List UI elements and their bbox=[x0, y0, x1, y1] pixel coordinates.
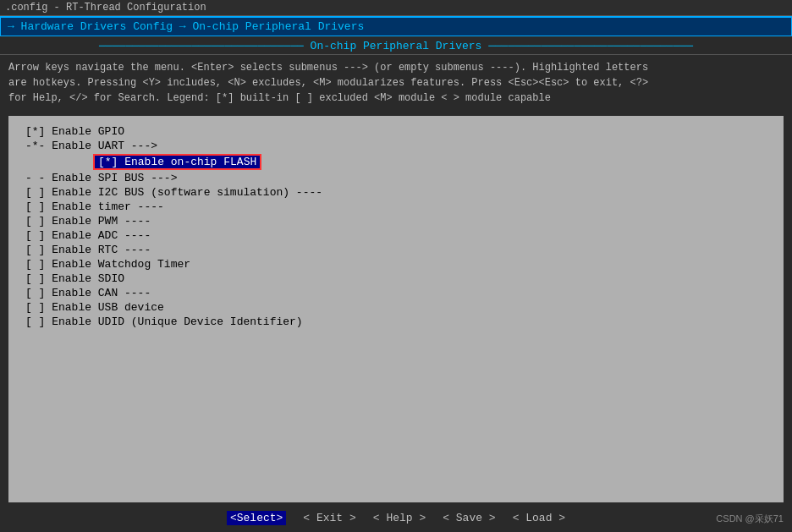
breadcrumb-bar: → Hardware Drivers Config → On-chip Peri… bbox=[0, 16, 792, 36]
help-text: Arrow keys navigate the menu. <Enter> se… bbox=[0, 55, 792, 112]
menu-item-udid[interactable]: [ ] Enable UDID (Unique Device Identifie… bbox=[8, 315, 784, 329]
menu-item-sdio[interactable]: [ ] Enable SDIO bbox=[8, 271, 784, 286]
title-text: .config - RT-Thread Configuration bbox=[5, 2, 206, 14]
terminal-window: .config - RT-Thread Configuration → Hard… bbox=[0, 0, 792, 532]
menu-item-pwm[interactable]: [ ] Enable PWM ---- bbox=[8, 214, 784, 228]
help-line-2: are hotkeys. Pressing <Y> includes, <N> … bbox=[8, 75, 784, 90]
bottom-btn-help[interactable]: < Help > bbox=[373, 512, 426, 524]
panel-title: ─────────────────────────────── On-chip … bbox=[0, 36, 792, 55]
menu-list: [*] Enable GPIO-*- Enable UART --->[*] E… bbox=[8, 124, 784, 329]
bottom-btn-save[interactable]: < Save > bbox=[443, 512, 495, 524]
main-content: ─────────────────────────────── On-chip … bbox=[0, 36, 792, 532]
selected-item-label: [*] Enable on-chip FLASH bbox=[93, 154, 261, 170]
menu-item-timer[interactable]: [ ] Enable timer ---- bbox=[8, 200, 784, 214]
menu-item-gpio[interactable]: [*] Enable GPIO bbox=[8, 124, 784, 139]
bottom-btn-select[interactable]: <Select> bbox=[227, 511, 286, 525]
bottom-btn-load[interactable]: < Load > bbox=[513, 512, 565, 524]
watermark: CSDN @采妖71 bbox=[716, 513, 784, 525]
menu-item-can[interactable]: [ ] Enable CAN ---- bbox=[8, 286, 784, 300]
bottom-bar: <Select>< Exit >< Help >< Save >< Load > bbox=[0, 506, 792, 532]
menu-item-spi[interactable]: - - Enable SPI BUS ---> bbox=[8, 171, 784, 185]
menu-item-adc[interactable]: [ ] Enable ADC ---- bbox=[8, 228, 784, 243]
menu-item-rtc[interactable]: [ ] Enable RTC ---- bbox=[8, 243, 784, 257]
bottom-btn-exit[interactable]: < Exit > bbox=[303, 512, 355, 524]
breadcrumb-text: → Hardware Drivers Config → On-chip Peri… bbox=[8, 20, 364, 33]
panel-title-text: On-chip Peripheral Drivers bbox=[311, 40, 482, 52]
title-bar: .config - RT-Thread Configuration bbox=[0, 0, 792, 16]
menu-item-watchdog[interactable]: [ ] Enable Watchdog Timer bbox=[8, 257, 784, 271]
menu-item-usb[interactable]: [ ] Enable USB device bbox=[8, 300, 784, 315]
menu-area: [*] Enable GPIO-*- Enable UART --->[*] E… bbox=[8, 116, 784, 502]
menu-item-uart[interactable]: -*- Enable UART ---> bbox=[8, 139, 784, 153]
menu-item-i2c[interactable]: [ ] Enable I2C BUS (software simulation)… bbox=[8, 185, 784, 200]
menu-item-flash[interactable]: [*] Enable on-chip FLASH bbox=[93, 153, 784, 171]
help-line-3: for Help, </> for Search. Legend: [*] bu… bbox=[8, 90, 784, 106]
help-line-1: Arrow keys navigate the menu. <Enter> se… bbox=[8, 60, 784, 75]
